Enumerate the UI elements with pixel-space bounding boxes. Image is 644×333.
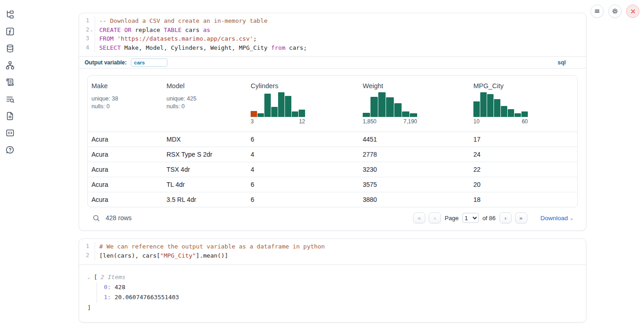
scratchpad-icon [5, 78, 15, 87]
column-histogram[interactable]: 1,8507,190 [363, 92, 417, 125]
shutdown-button[interactable] [626, 5, 639, 18]
column-title: Weight [363, 82, 466, 90]
code-line: 2⌄CREATE OR replace TABLE cars as [79, 26, 586, 35]
language-badge: sql [558, 59, 580, 66]
column-histogram[interactable]: 1060 [473, 92, 528, 125]
chevron-down-icon: ⌄ [570, 216, 574, 221]
code-token: ].mean()] [196, 252, 228, 259]
code-token: FROM [99, 35, 113, 42]
code-token: Make, Model, Cylinders, Weight, MPG_City [121, 44, 271, 51]
sidebar-item-functions[interactable] [5, 26, 15, 37]
column-header-weight[interactable]: Weight1,8507,190 [359, 76, 470, 132]
table-cell: Acura [88, 181, 163, 188]
database-icon [5, 44, 15, 53]
python-code-editor[interactable]: 1# We can reference the output variable … [79, 239, 586, 264]
code-text: FROM 'https://datasets.marimo.app/cars.c… [95, 34, 257, 43]
gear-icon [611, 7, 619, 15]
histogram-bar [473, 101, 480, 117]
entry-index: 1: [104, 294, 111, 301]
null-count: nulls: 0 [91, 103, 159, 111]
row-count: 428 rows [106, 214, 132, 222]
sql-code-editor[interactable]: 1-- Download a CSV and create an in-memo… [79, 13, 586, 56]
column-header-mpg-city[interactable]: MPG_City1060 [470, 76, 577, 132]
histogram-bars [251, 92, 305, 117]
unique-count: unique: 38 [91, 95, 159, 103]
entry-index: 0: [104, 284, 111, 291]
histogram-bar [394, 103, 402, 117]
sidebar-item-file-tree[interactable] [5, 10, 15, 20]
table-cell: 3230 [359, 166, 470, 173]
search-button[interactable] [91, 213, 101, 223]
table-cell: Acura [88, 166, 163, 173]
sidebar-item-outline-search[interactable] [5, 94, 15, 104]
table-cell: TSX 4dr [163, 166, 247, 173]
histogram-bar [494, 99, 500, 117]
line-number: 1 [86, 16, 89, 26]
sidebar-item-datasources[interactable] [5, 43, 15, 53]
column-histogram[interactable]: 312 [251, 92, 305, 125]
download-label: Download [541, 215, 568, 222]
collapse-chevron-icon[interactable]: ⌄ [87, 272, 94, 282]
last-page-button[interactable]: » [515, 212, 527, 223]
histogram-bar [487, 94, 494, 117]
table-row[interactable]: Acura3.5 RL 4dr6388018 [88, 192, 577, 207]
notebook: 1-- Download a CSV and create an in-memo… [79, 13, 586, 322]
download-button[interactable]: Download ⌄ [541, 215, 574, 222]
code-token: # We can reference the output variable a… [99, 243, 325, 250]
sidebar-item-snippets[interactable] [5, 128, 15, 138]
page-select[interactable]: 1 [462, 213, 479, 223]
table-row[interactable]: AcuraMDX6445117 [88, 132, 577, 147]
menu-button[interactable] [590, 5, 604, 18]
histogram-bar [378, 92, 386, 117]
column-header-cylinders[interactable]: Cylinders312 [247, 76, 359, 132]
table-row[interactable]: AcuraRSX Type S 2dr4277824 [88, 147, 577, 162]
first-page-button[interactable]: « [413, 212, 425, 223]
sidebar-item-help[interactable] [5, 145, 15, 155]
table-cell: MDX [163, 136, 247, 143]
code-token: "MPG_City" [160, 252, 196, 259]
table-cell: 3575 [359, 181, 470, 188]
output-variable-bar: Output variable: sql [79, 56, 586, 69]
next-page-button[interactable]: › [499, 212, 512, 223]
file-tree-icon [5, 10, 15, 19]
table-cell: 6 [247, 196, 359, 203]
axis-max-label: 12 [299, 118, 305, 125]
code-token: as [203, 26, 210, 33]
table-cell: 4 [247, 166, 359, 173]
output-variable-input[interactable] [131, 58, 167, 67]
unique-count: unique: 425 [166, 95, 243, 103]
table-cell: Acura [88, 151, 163, 158]
histogram-axis-labels: 1060 [473, 118, 528, 125]
histogram-bar [508, 109, 514, 117]
code-line: 4SELECT Make, Model, Cylinders, Weight, … [79, 43, 586, 53]
line-gutter: 1 [79, 242, 95, 251]
previous-page-button[interactable]: ‹ [429, 212, 441, 223]
code-token: cars; [285, 44, 307, 51]
sidebar-item-scratchpad[interactable] [5, 77, 15, 87]
code-token [121, 26, 124, 33]
data-table: Makeunique: 38nulls: 0Modelunique: 425nu… [87, 75, 578, 207]
page-total-label: of 86 [483, 215, 496, 222]
code-token: [len(cars), cars[ [99, 252, 160, 259]
histogram-bar [386, 97, 393, 117]
table-cell: Acura [88, 136, 163, 143]
table-row[interactable]: AcuraTSX 4dr4323022 [88, 162, 577, 177]
column-header-model[interactable]: Modelunique: 425nulls: 0 [163, 76, 247, 132]
sidebar-item-dependency-graph[interactable] [5, 60, 15, 70]
table-cell: 6 [247, 136, 359, 143]
histogram-bar [363, 113, 370, 117]
code-token: ; [253, 35, 257, 42]
code-token: TABLE [164, 26, 182, 33]
code-token [113, 35, 117, 42]
column-header-make[interactable]: Makeunique: 38nulls: 0 [88, 76, 163, 132]
settings-button[interactable] [608, 5, 622, 18]
fold-indicator-icon[interactable]: ⌄ [89, 26, 94, 35]
histogram-bar [480, 92, 487, 117]
help-icon [5, 145, 15, 154]
table-row[interactable]: AcuraTL 4dr6357520 [88, 177, 577, 192]
pagination: « ‹ Page 1 of 86 › » Download ⌄ [413, 212, 574, 223]
line-gutter: 2 [79, 251, 95, 260]
histogram-bar [521, 111, 528, 117]
sidebar-item-documentation[interactable] [5, 111, 15, 121]
table-cell: 24 [470, 151, 577, 158]
